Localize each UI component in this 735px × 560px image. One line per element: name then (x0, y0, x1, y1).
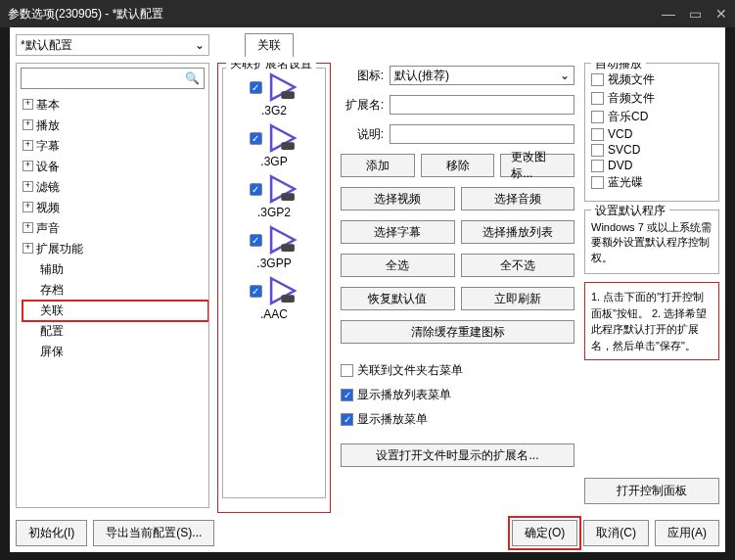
desc-input[interactable] (390, 124, 574, 144)
play-icon (266, 174, 299, 204)
autoplay-checkbox[interactable] (591, 128, 604, 141)
play-icon (266, 123, 299, 153)
svg-rect-1 (281, 142, 295, 150)
sel-all-button[interactable]: 全选 (341, 254, 455, 277)
help-text: 1. 点击下面的"打开控制面板"按钮。 2. 选择希望此程序默认打开的扩展名，然… (584, 282, 719, 360)
add-button[interactable]: 添加 (341, 154, 415, 177)
refresh-button[interactable]: 立即刷新 (461, 287, 575, 310)
tree-item-配置[interactable]: 配置 (23, 321, 208, 342)
ext-checkbox[interactable]: ✓ (250, 183, 262, 196)
ext-item-3gpp[interactable]: ✓.3GPP (250, 225, 299, 270)
sel-sub-button[interactable]: 选择字幕 (341, 220, 455, 244)
search-input[interactable]: 🔍 (21, 68, 205, 89)
ext-label: .3GP (260, 155, 287, 168)
sel-none-button[interactable]: 全不选 (461, 254, 575, 277)
tree-item-字幕[interactable]: 字幕 (23, 136, 208, 157)
svg-rect-3 (281, 244, 295, 252)
ext-checkbox[interactable]: ✓ (250, 285, 262, 298)
restore-button[interactable]: 恢复默认值 (341, 287, 455, 310)
tab-association[interactable]: 关联 (245, 33, 294, 57)
show-playlist-checkbox[interactable]: ✓ (341, 389, 353, 401)
svg-rect-4 (281, 295, 295, 303)
maximize-icon[interactable]: ▭ (689, 6, 702, 22)
tree-item-滤镜[interactable]: 滤镜 (23, 177, 208, 198)
ext-label: .3GPP (256, 257, 291, 270)
ext-panel-title: 关联扩展名设置 (226, 63, 316, 72)
icon-label: 图标: (341, 68, 384, 84)
apply-button[interactable]: 应用(A) (655, 520, 719, 546)
tree-item-视频[interactable]: 视频 (23, 198, 208, 218)
ext-checkbox[interactable]: ✓ (250, 81, 262, 94)
tree-item-播放[interactable]: 播放 (23, 116, 208, 136)
autoplay-checkbox[interactable] (591, 111, 604, 123)
ok-button[interactable]: 确定(O) (512, 520, 577, 546)
assoc-folder-checkbox[interactable] (341, 364, 353, 377)
clear-cache-button[interactable]: 清除缓存重建图标 (341, 320, 574, 344)
default-prog-group: 设置默认程序 Windows 7 或以上系统需要额外设置默认程序控制权。 (584, 210, 719, 274)
play-icon (266, 276, 299, 305)
tree-item-存档[interactable]: 存档 (23, 280, 208, 301)
ext-list[interactable]: ✓.3G2✓.3GP✓.3GP2✓.3GPP✓.AAC (222, 68, 326, 498)
tree-item-辅助[interactable]: 辅助 (23, 259, 208, 280)
autoplay-checkbox[interactable] (591, 92, 604, 105)
export-button[interactable]: 导出当前配置(S)... (93, 520, 214, 546)
autoplay-checkbox[interactable] (591, 176, 604, 189)
ext-label: .AAC (260, 307, 288, 321)
sel-audio-button[interactable]: 选择音频 (461, 187, 575, 210)
config-combo[interactable]: *默认配置 ⌄ (16, 34, 209, 56)
autoplay-group: 自动播放 视频文件音频文件音乐CDVCDSVCDDVD蓝光碟 (584, 63, 719, 202)
set-open-ext-button[interactable]: 设置打开文件时显示的扩展名... (341, 443, 574, 467)
close-icon[interactable]: ✕ (715, 6, 727, 22)
ext-item-3gp[interactable]: ✓.3GP (250, 123, 299, 168)
ext-item-3gp2[interactable]: ✓.3GP2 (250, 174, 299, 219)
ext-checkbox[interactable]: ✓ (250, 234, 262, 247)
ext-label: 扩展名: (341, 97, 384, 114)
minimize-icon[interactable]: — (662, 6, 675, 22)
category-tree: 🔍 基本播放字幕设备滤镜视频声音扩展功能辅助存档关联配置屏保 (16, 63, 209, 508)
ext-checkbox[interactable]: ✓ (250, 132, 262, 145)
tree-item-基本[interactable]: 基本 (23, 95, 208, 116)
show-play-checkbox[interactable]: ✓ (341, 413, 353, 426)
window-title: 参数选项(230905) - *默认配置 (8, 6, 163, 23)
ext-item-3g2[interactable]: ✓.3G2 (250, 72, 299, 117)
tree-item-关联[interactable]: 关联 (23, 301, 208, 321)
tree-item-声音[interactable]: 声音 (23, 218, 208, 239)
autoplay-checkbox[interactable] (591, 73, 604, 86)
search-icon: 🔍 (185, 71, 200, 85)
sel-playlist-button[interactable]: 选择播放列表 (461, 220, 575, 244)
autoplay-checkbox[interactable] (591, 160, 604, 172)
svg-rect-0 (281, 91, 295, 99)
tree-item-扩展功能[interactable]: 扩展功能 (23, 239, 208, 259)
sel-video-button[interactable]: 选择视频 (341, 187, 455, 210)
config-combo-value: *默认配置 (21, 37, 72, 54)
change-icon-button[interactable]: 更改图标... (500, 154, 574, 177)
play-icon (266, 225, 299, 255)
ext-label: .3G2 (261, 104, 287, 117)
remove-button[interactable]: 移除 (421, 154, 495, 177)
open-control-panel-button[interactable]: 打开控制面板 (584, 478, 719, 504)
tree-item-屏保[interactable]: 屏保 (23, 342, 208, 362)
init-button[interactable]: 初始化(I) (16, 520, 87, 546)
tree-item-设备[interactable]: 设备 (23, 157, 208, 177)
desc-label: 说明: (341, 126, 384, 143)
chevron-down-icon: ⌄ (560, 69, 570, 82)
chevron-down-icon: ⌄ (195, 38, 205, 52)
play-icon (266, 72, 299, 102)
cancel-button[interactable]: 取消(C) (583, 520, 649, 546)
ext-label: .3GP2 (257, 206, 291, 219)
autoplay-checkbox[interactable] (591, 144, 604, 157)
svg-rect-2 (281, 193, 295, 201)
ext-item-aac[interactable]: ✓.AAC (250, 276, 299, 321)
ext-input[interactable] (390, 95, 574, 115)
icon-select[interactable]: 默认(推荐)⌄ (390, 66, 574, 85)
